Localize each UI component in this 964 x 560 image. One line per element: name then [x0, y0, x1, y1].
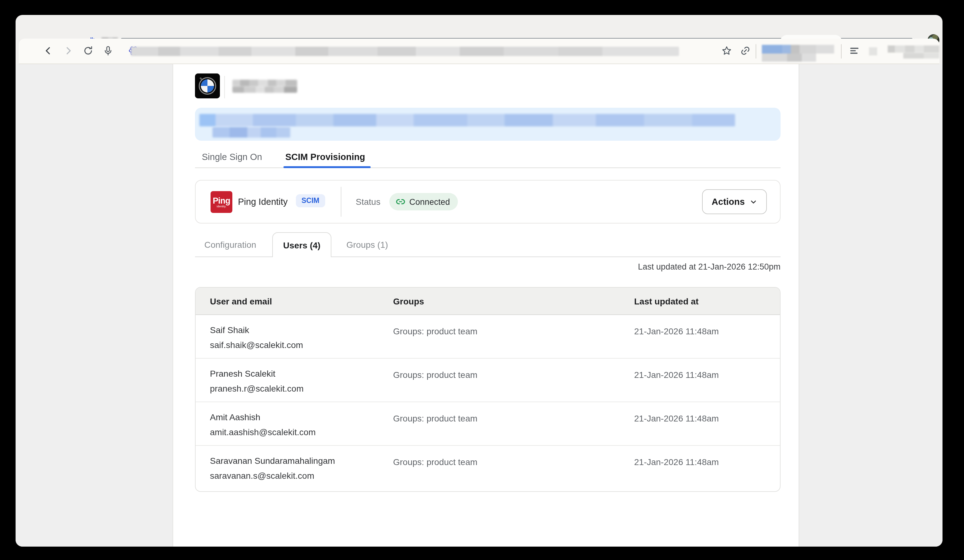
user-name: Pranesh Scalekit [210, 359, 393, 380]
actions-button[interactable]: Actions [702, 189, 767, 214]
redacted-address-bar[interactable] [131, 47, 679, 56]
user-email: pranesh.r@scalekit.com [210, 380, 393, 395]
user-email: saravanan.s@scalekit.com [210, 467, 393, 482]
copy-link-icon[interactable] [740, 45, 751, 56]
org-logo-bmw-roundel: B [195, 73, 220, 98]
subtab-users[interactable]: Users (4) [272, 232, 331, 257]
last-updated-text: Last updated at 21-Jan-2026 12:50pm [195, 262, 780, 271]
tab-single-sign-on[interactable]: Single Sign On [202, 152, 262, 162]
redacted-org-name [232, 80, 297, 93]
status-value: Connected [409, 197, 450, 206]
redacted-banner-text-line2 [212, 127, 290, 138]
redacted-toolbar-item [869, 47, 877, 55]
user-groups: Groups: product team [393, 446, 634, 489]
table-row: Saif Shaik saif.shaik@scalekit.com Group… [195, 315, 780, 359]
browser-titlebar [16, 15, 943, 39]
card-divider [341, 187, 341, 217]
scim-badge: SCIM [296, 194, 325, 207]
user-name: Saravanan Sundaramahalingam [210, 446, 393, 467]
ping-logo-word: Ping [213, 196, 230, 205]
active-tab-underline [283, 166, 371, 168]
back-icon[interactable] [43, 45, 54, 56]
user-email: amit.aashish@scalekit.com [210, 424, 393, 438]
subtab-groups[interactable]: Groups (1) [346, 240, 388, 250]
user-name: Amit Aashish [210, 402, 393, 424]
user-last-updated: 21-Jan-2026 11:48am [634, 315, 780, 358]
users-table: User and email Groups Last updated at Sa… [195, 287, 780, 492]
column-header-groups: Groups [393, 296, 634, 306]
table-row: Saravanan Sundaramahalingam saravanan.s@… [195, 446, 780, 489]
bookmark-star-icon[interactable] [721, 45, 732, 56]
table-row: Pranesh Scalekit pranesh.r@scalekit.com … [195, 359, 780, 402]
user-last-updated: 21-Jan-2026 11:48am [634, 446, 780, 489]
redacted-extension-area[interactable] [762, 45, 834, 62]
actions-button-label: Actions [712, 197, 745, 207]
forward-icon[interactable] [63, 45, 73, 56]
chevron-down-icon [749, 198, 757, 206]
subtab-users-label: Users (4) [283, 240, 321, 250]
status-label: Status [356, 197, 380, 207]
user-groups: Groups: product team [393, 315, 634, 358]
user-name: Saif Shaik [210, 315, 393, 336]
column-header-user-and-email: User and email [195, 296, 393, 306]
redacted-banner-text-line1 [199, 114, 735, 127]
table-header-row: User and email Groups Last updated at [195, 287, 780, 315]
ping-identity-logo: Ping Identity. [210, 191, 232, 213]
filter-menu-icon[interactable] [849, 45, 860, 56]
user-groups: Groups: product team [393, 359, 634, 402]
status-badge: Connected [389, 193, 458, 210]
screenshot-stage: B Single Sign On SCIM Provisioning Ping … [0, 0, 964, 560]
table-row: Amit Aashish amit.aashish@scalekit.com G… [195, 402, 780, 446]
user-email: saif.shaik@scalekit.com [210, 336, 393, 351]
ping-logo-sub: Identity. [217, 205, 226, 208]
browser-toolbar [19, 39, 940, 64]
column-header-last-updated-at: Last updated at [634, 296, 780, 306]
header-divider [224, 76, 225, 98]
user-groups: Groups: product team [393, 402, 634, 445]
link-icon [396, 197, 405, 207]
tab-scim-provisioning[interactable]: SCIM Provisioning [285, 152, 365, 162]
provider-name: Ping Identity [238, 197, 288, 207]
toolbar-divider [841, 44, 842, 58]
user-last-updated: 21-Jan-2026 11:48am [634, 359, 780, 402]
microphone-icon[interactable] [103, 45, 113, 56]
subtab-configuration[interactable]: Configuration [204, 240, 256, 250]
toolbar-divider [756, 44, 756, 58]
tabs-bottom-border [195, 167, 780, 168]
reload-icon[interactable] [83, 45, 93, 56]
redacted-profile-name [888, 45, 940, 58]
user-last-updated: 21-Jan-2026 11:48am [634, 402, 780, 445]
